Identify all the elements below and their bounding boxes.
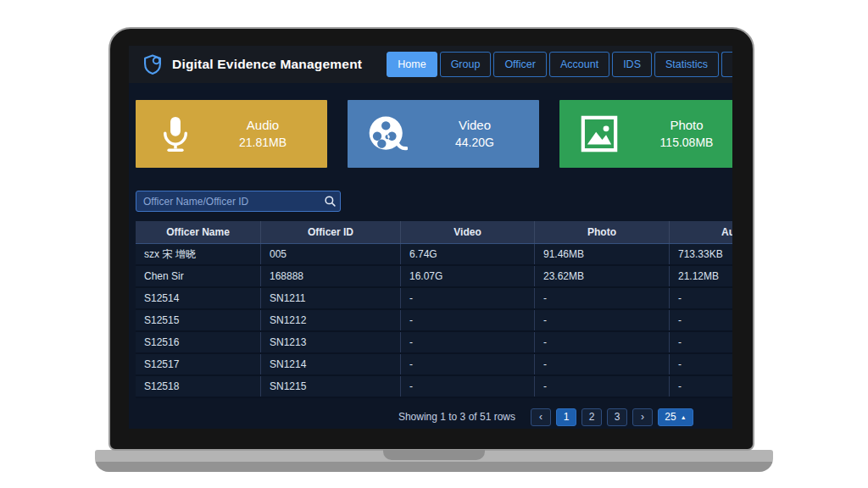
card-value: 115.08MB bbox=[639, 134, 732, 152]
cell-officer-name: S12518 bbox=[136, 376, 261, 396]
cell-audio: - bbox=[670, 310, 732, 330]
cell-photo: - bbox=[535, 332, 670, 352]
laptop-screen: Digital Evidence Management Home Group O… bbox=[129, 46, 732, 429]
page-button-1[interactable]: 1 bbox=[556, 408, 576, 426]
card-label: Video bbox=[427, 116, 522, 134]
tab-officer[interactable]: Officer bbox=[493, 52, 547, 77]
cell-audio: - bbox=[670, 332, 732, 352]
cell-video: 16.07G bbox=[401, 266, 535, 286]
shield-icon bbox=[141, 53, 164, 76]
cell-officer-name: szx 宋 增晓 bbox=[136, 244, 261, 264]
card-text: Video 44.20G bbox=[427, 116, 539, 152]
card-text: Photo 115.08MB bbox=[639, 116, 732, 152]
tab-group[interactable]: Group bbox=[440, 52, 492, 77]
table-row[interactable]: Chen Sir 168888 16.07G 23.62MB 21.12MB bbox=[136, 266, 732, 288]
app-main: Audio 21.81MB Video 44.20G bbox=[129, 83, 732, 429]
page-size-select[interactable]: 25 ▲ bbox=[658, 408, 693, 426]
officers-table: Officer Name Officer ID Video Photo Audi… bbox=[136, 221, 732, 398]
caret-up-icon: ▲ bbox=[681, 414, 687, 420]
cell-photo: - bbox=[535, 376, 670, 396]
page-size-value: 25 bbox=[665, 411, 676, 423]
search-box bbox=[136, 191, 341, 212]
cell-officer-name: S12516 bbox=[136, 332, 261, 352]
cell-video: - bbox=[401, 376, 535, 396]
stat-cards: Audio 21.81MB Video 44.20G bbox=[136, 100, 732, 168]
table-row[interactable]: szx 宋 增晓 005 6.74G 91.46MB 713.33KB bbox=[136, 244, 732, 266]
card-value: 21.81MB bbox=[215, 134, 310, 152]
table-header: Officer Name Officer ID Video Photo Audi… bbox=[136, 221, 732, 244]
pagination: Showing 1 to 3 of 51 rows ‹ 1 2 3 › 25 ▲ bbox=[136, 407, 732, 427]
column-header-officer-name[interactable]: Officer Name bbox=[136, 221, 261, 243]
cell-officer-name: S12517 bbox=[136, 354, 261, 374]
cell-officer-name: Chen Sir bbox=[136, 266, 261, 286]
cell-officer-id: SN1215 bbox=[261, 376, 401, 396]
column-header-audio[interactable]: Audio bbox=[670, 221, 732, 243]
cell-officer-name: S12515 bbox=[136, 310, 261, 330]
tab-statistics[interactable]: Statistics bbox=[654, 52, 719, 77]
cell-video: - bbox=[401, 354, 535, 374]
cell-officer-id: SN1212 bbox=[261, 310, 401, 330]
tab-home[interactable]: Home bbox=[387, 52, 437, 77]
cell-photo: 23.62MB bbox=[535, 266, 670, 286]
nav-tabs: Home Group Officer Account IDS Statistic… bbox=[384, 52, 732, 77]
cell-officer-id: SN1211 bbox=[261, 288, 401, 308]
card-label: Photo bbox=[639, 116, 732, 134]
search-input[interactable] bbox=[136, 196, 320, 208]
cell-audio: - bbox=[670, 354, 732, 374]
cell-officer-name: S12514 bbox=[136, 288, 261, 308]
next-page-button[interactable]: › bbox=[632, 408, 653, 426]
page-button-2[interactable]: 2 bbox=[581, 408, 602, 426]
cell-officer-id: 168888 bbox=[261, 266, 401, 286]
page-button-3[interactable]: 3 bbox=[607, 408, 627, 426]
search-icon[interactable] bbox=[320, 195, 340, 208]
stat-card-audio: Audio 21.81MB bbox=[136, 100, 327, 168]
table-row[interactable]: S12517 SN1214 - - - bbox=[136, 354, 732, 376]
cell-officer-id: SN1214 bbox=[261, 354, 401, 374]
app-header: Digital Evidence Management Home Group O… bbox=[129, 46, 732, 83]
table-row[interactable]: S12515 SN1212 - - - bbox=[136, 310, 732, 332]
cell-video: 6.74G bbox=[401, 244, 535, 264]
table-row[interactable]: S12518 SN1215 - - - bbox=[136, 376, 732, 398]
pagination-summary: Showing 1 to 3 of 51 rows bbox=[398, 411, 515, 423]
cell-photo: - bbox=[535, 288, 670, 308]
column-header-officer-id[interactable]: Officer ID bbox=[261, 221, 401, 243]
cell-audio: 713.33KB bbox=[670, 244, 732, 264]
card-label: Audio bbox=[215, 116, 310, 134]
cell-photo: - bbox=[535, 354, 670, 374]
stat-card-video: Video 44.20G bbox=[348, 100, 539, 168]
cell-audio: - bbox=[670, 376, 732, 396]
table-row[interactable]: S12514 SN1211 - - - bbox=[136, 288, 732, 310]
app-title: Digital Evidence Management bbox=[172, 57, 362, 72]
card-value: 44.20G bbox=[427, 134, 522, 152]
cell-officer-id: SN1213 bbox=[261, 332, 401, 352]
film-reel-icon bbox=[348, 114, 427, 154]
cell-video: - bbox=[401, 288, 535, 308]
column-header-photo[interactable]: Photo bbox=[535, 221, 670, 243]
cell-audio: 21.12MB bbox=[670, 266, 732, 286]
cell-officer-id: 005 bbox=[261, 244, 401, 264]
cell-photo: - bbox=[535, 310, 670, 330]
photo-icon bbox=[559, 114, 639, 153]
tab-ids[interactable]: IDS bbox=[612, 52, 652, 77]
column-header-video[interactable]: Video bbox=[401, 221, 535, 243]
laptop-frame: Digital Evidence Management Home Group O… bbox=[108, 27, 754, 451]
laptop-notch bbox=[383, 450, 485, 460]
microphone-icon bbox=[136, 114, 215, 154]
cell-video: - bbox=[401, 332, 535, 352]
tab-partial[interactable] bbox=[721, 52, 732, 77]
table-row[interactable]: S12516 SN1213 - - - bbox=[136, 332, 732, 354]
cell-video: - bbox=[401, 310, 535, 330]
stat-card-photo: Photo 115.08MB bbox=[559, 100, 732, 168]
tab-account[interactable]: Account bbox=[549, 52, 609, 77]
cell-photo: 91.46MB bbox=[535, 244, 670, 264]
card-text: Audio 21.81MB bbox=[215, 116, 327, 152]
prev-page-button[interactable]: ‹ bbox=[531, 408, 551, 426]
cell-audio: - bbox=[670, 288, 732, 308]
